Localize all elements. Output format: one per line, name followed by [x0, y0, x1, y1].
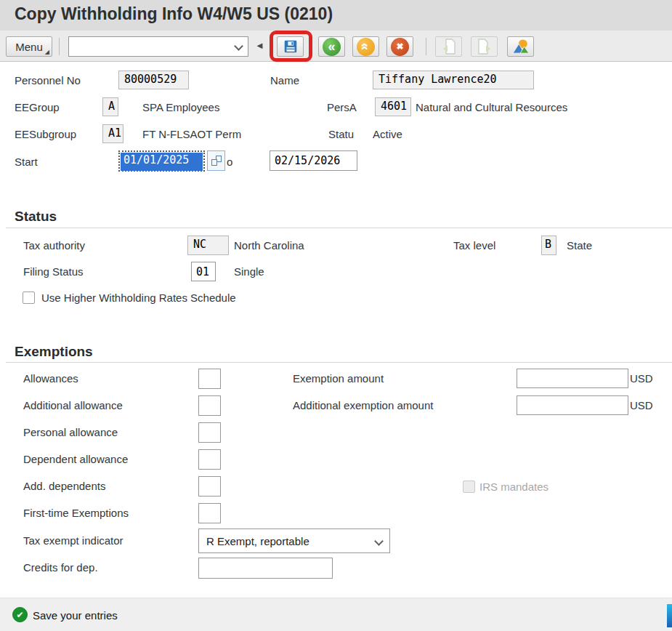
higher-withholding-checkbox[interactable] — [23, 292, 35, 304]
name-label: Name — [270, 74, 299, 87]
exit-icon: « — [357, 38, 375, 56]
menu-dropdown-corner-icon: ◢ — [45, 49, 49, 55]
toolbar: Menu ◢ ◄ « « ✖ — [0, 31, 672, 62]
personnel-no-label: Personnel No — [15, 74, 81, 87]
ee-subgroup-label: EESubgroup — [15, 128, 76, 140]
collapse-left-icon[interactable]: ◄ — [255, 40, 264, 51]
status-message: Save your entries — [33, 609, 118, 622]
higher-withholding-label: Use Higher Withholding Rates Schedule — [41, 292, 236, 304]
exit-button[interactable]: « — [352, 36, 379, 57]
chevron-down-icon — [374, 536, 384, 546]
tax-level-label: Tax level — [453, 239, 495, 252]
emp-status-label: Statu — [328, 128, 354, 140]
start-date-selected-text: 01/01/2025 — [121, 153, 203, 171]
emp-status-text: Active — [373, 128, 402, 140]
next-record-button — [471, 36, 498, 57]
next-record-icon — [476, 38, 493, 55]
add-dependents-input[interactable] — [198, 476, 221, 497]
personnel-no-field: 80000529 — [118, 71, 189, 89]
back-icon: « — [323, 38, 341, 56]
allowances-label: Allowances — [23, 372, 78, 385]
tax-exempt-indicator-label: Tax exempt indicator — [23, 534, 124, 547]
first-time-exemptions-input[interactable] — [198, 503, 221, 523]
save-icon — [283, 39, 299, 55]
additional-exemption-amount-label: Additional exemption amount — [293, 399, 433, 411]
name-field: Tiffany Lawrence20 — [373, 71, 534, 89]
personal-allowance-input[interactable] — [198, 422, 221, 443]
status-bar: ✔ Save your entries — [0, 598, 672, 631]
cancel-button[interactable]: ✖ — [386, 36, 413, 57]
page-title: Copy Withholding Info W4/W5 US (0210) — [15, 4, 333, 24]
allowances-input[interactable] — [198, 369, 221, 389]
tax-level-field: B — [541, 236, 556, 255]
additional-allowance-label: Additional allowance — [23, 399, 123, 411]
sap-window: Copy Withholding Info W4/W5 US (0210) Me… — [0, 0, 672, 631]
irs-mandates-checkbox — [463, 481, 475, 493]
pers-area-label: PersA — [327, 101, 357, 113]
end-date-input[interactable] — [270, 150, 357, 171]
title-bar: Copy Withholding Info W4/W5 US (0210) — [0, 0, 672, 31]
tax-authority-field: NC — [187, 236, 229, 255]
cancel-icon: ✖ — [391, 38, 409, 56]
irs-mandates-label: IRS mandates — [479, 481, 548, 493]
first-time-exemptions-label: First-time Exemptions — [23, 507, 129, 519]
previous-record-icon — [440, 38, 458, 55]
exemption-amount-input[interactable] — [517, 369, 628, 388]
tax-level-text: State — [567, 239, 592, 252]
menu-button[interactable]: Menu ◢ — [6, 36, 52, 57]
exemption-amount-label: Exemption amount — [293, 372, 384, 385]
ee-group-field: A — [102, 97, 118, 116]
command-input[interactable] — [70, 39, 233, 56]
exemptions-section-heading: Exemptions — [15, 344, 93, 360]
add-dependents-label: Add. dependents — [23, 480, 105, 492]
save-button[interactable] — [277, 36, 304, 57]
filing-status-label: Filing Status — [23, 265, 84, 278]
tax-exempt-indicator-select[interactable]: R Exempt, reportable — [198, 528, 390, 553]
overview-icon — [511, 39, 530, 55]
scroll-indicator[interactable] — [667, 604, 672, 627]
personal-allowance-label: Personal allowance — [23, 426, 118, 438]
section-divider — [6, 228, 672, 228]
infotype-form: Personnel No 80000529 Name Tiffany Lawre… — [0, 62, 672, 598]
additional-allowance-input[interactable] — [198, 395, 221, 416]
dependent-allowance-input[interactable] — [198, 449, 221, 470]
back-button[interactable]: « — [318, 36, 345, 57]
tax-authority-label: Tax authority — [23, 239, 85, 252]
dependent-allowance-label: Dependent allowance — [23, 453, 128, 465]
pers-area-field: 4601 — [375, 97, 411, 116]
pers-area-text: Natural and Cultural Resources — [416, 101, 567, 113]
menu-button-label: Menu — [15, 41, 43, 53]
command-combobox[interactable] — [68, 36, 248, 57]
start-date-input[interactable]: 01/01/2025 — [118, 150, 205, 172]
status-section-heading: Status — [15, 209, 57, 225]
filing-status-text: Single — [234, 265, 264, 278]
ee-subgroup-field: A1 — [102, 124, 124, 143]
credits-for-dep-input[interactable] — [198, 558, 333, 579]
to-label: o — [227, 156, 232, 168]
additional-exemption-amount-input[interactable] — [517, 395, 628, 415]
overview-button[interactable] — [507, 36, 534, 57]
ee-group-text: SPA Employees — [142, 101, 219, 113]
copy-button[interactable] — [207, 150, 225, 171]
exemption-amount-currency: USD — [630, 372, 653, 385]
credits-for-dep-label: Credits for dep. — [23, 561, 98, 574]
start-label: Start — [15, 156, 38, 168]
chevron-down-icon[interactable] — [234, 41, 243, 51]
ee-group-label: EEGroup — [15, 101, 60, 113]
toolbar-separator — [59, 38, 60, 55]
section-divider — [6, 362, 672, 363]
tax-exempt-indicator-value: R Exempt, reportable — [206, 535, 309, 547]
additional-exemption-amount-currency: USD — [630, 399, 653, 411]
ee-subgroup-text: FT N-FLSAOT Perm — [142, 128, 241, 140]
success-check-icon: ✔ — [12, 607, 28, 622]
copy-icon — [211, 156, 222, 166]
tax-authority-text: North Carolina — [234, 239, 304, 252]
toolbar-separator — [426, 38, 426, 55]
previous-record-button — [435, 36, 462, 57]
filing-status-input[interactable] — [191, 262, 216, 281]
